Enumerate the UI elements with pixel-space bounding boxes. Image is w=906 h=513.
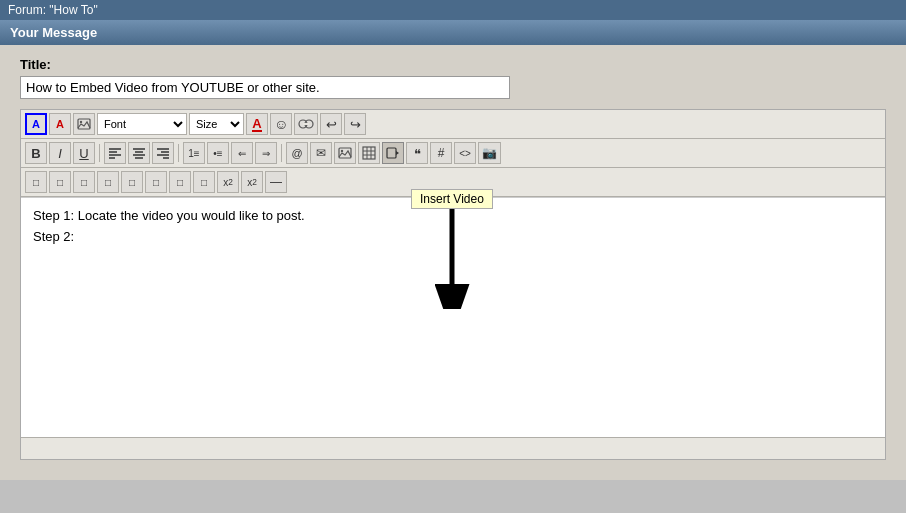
align-center-icon bbox=[132, 147, 146, 159]
title-label: Title: bbox=[20, 57, 886, 72]
outdent-button[interactable]: ⇐ bbox=[231, 142, 253, 164]
emoji-button[interactable]: ☺ bbox=[270, 113, 292, 135]
image2-icon bbox=[338, 146, 352, 160]
insert-link-button[interactable] bbox=[294, 113, 318, 135]
font-select-container: Font bbox=[97, 113, 187, 135]
row3-btn5[interactable]: □ bbox=[121, 171, 143, 193]
editor-container: A A Font Size A ☺ ↩ ↪ bbox=[20, 109, 886, 460]
format-a1-button[interactable]: A bbox=[25, 113, 47, 135]
align-right-icon bbox=[156, 147, 170, 159]
editor-line-2: Step 2: bbox=[33, 229, 873, 244]
redo-button[interactable]: ↪ bbox=[344, 113, 366, 135]
row3-btn7[interactable]: □ bbox=[169, 171, 191, 193]
row3-btn4[interactable]: □ bbox=[97, 171, 119, 193]
superscript-button[interactable]: x2 bbox=[241, 171, 263, 193]
row3-btn2[interactable]: □ bbox=[49, 171, 71, 193]
subscript-button[interactable]: x2 bbox=[217, 171, 239, 193]
svg-rect-4 bbox=[303, 123, 309, 125]
forum-bar: Forum: "How To" bbox=[0, 0, 906, 20]
size-select[interactable]: Size bbox=[189, 113, 244, 135]
insert-email-button[interactable]: @ bbox=[286, 142, 308, 164]
image-icon bbox=[77, 117, 91, 131]
size-select-container: Size bbox=[189, 113, 244, 135]
italic-button[interactable]: I bbox=[49, 142, 71, 164]
separator-2 bbox=[178, 144, 179, 162]
insert-hash-button[interactable]: # bbox=[430, 142, 452, 164]
insert-pic-button[interactable]: 📷 bbox=[478, 142, 501, 164]
align-right-button[interactable] bbox=[152, 142, 174, 164]
insert-image2-button[interactable] bbox=[334, 142, 356, 164]
svg-marker-25 bbox=[396, 151, 399, 155]
table-icon bbox=[362, 146, 376, 160]
insert-image-button[interactable] bbox=[73, 113, 95, 135]
your-message-header: Your Message bbox=[0, 20, 906, 45]
font-select[interactable]: Font bbox=[97, 113, 187, 135]
video-icon bbox=[386, 146, 400, 160]
editor-body[interactable]: Step 1: Locate the video you would like … bbox=[21, 197, 885, 437]
editor-line-1: Step 1: Locate the video you would like … bbox=[33, 208, 873, 223]
row3-btn6[interactable]: □ bbox=[145, 171, 167, 193]
svg-point-1 bbox=[80, 121, 82, 123]
svg-rect-19 bbox=[363, 147, 375, 159]
svg-rect-24 bbox=[387, 148, 396, 158]
font-color-button[interactable]: A bbox=[246, 113, 268, 135]
toolbar-row-3: □ □ □ □ □ □ □ □ x2 x2 — bbox=[21, 168, 885, 197]
separator-1 bbox=[99, 144, 100, 162]
insert-video-button[interactable] bbox=[382, 142, 404, 164]
row3-btn1[interactable]: □ bbox=[25, 171, 47, 193]
indent-button[interactable]: ⇒ bbox=[255, 142, 277, 164]
align-left-button[interactable] bbox=[104, 142, 126, 164]
ordered-list-button[interactable]: 1≡ bbox=[183, 142, 205, 164]
svg-point-18 bbox=[341, 150, 343, 152]
insert-mail-button[interactable]: ✉ bbox=[310, 142, 332, 164]
insert-code-button[interactable]: <> bbox=[454, 142, 476, 164]
row3-btn3[interactable]: □ bbox=[73, 171, 95, 193]
undo-button[interactable]: ↩ bbox=[320, 113, 342, 135]
row3-btn8[interactable]: □ bbox=[193, 171, 215, 193]
editor-area-wrapper: Insert Video Step 1: Locate the video yo… bbox=[21, 197, 885, 437]
forum-bar-text: Forum: "How To" bbox=[8, 3, 98, 17]
underline-button[interactable]: U bbox=[73, 142, 95, 164]
separator-3 bbox=[281, 144, 282, 162]
insert-quote-button[interactable]: ❝ bbox=[406, 142, 428, 164]
unordered-list-button[interactable]: •≡ bbox=[207, 142, 229, 164]
title-input[interactable] bbox=[20, 76, 510, 99]
toolbar-row-1: A A Font Size A ☺ ↩ ↪ bbox=[21, 110, 885, 139]
insert-table-button[interactable] bbox=[358, 142, 380, 164]
your-message-label: Your Message bbox=[10, 25, 97, 40]
hr-button[interactable]: — bbox=[265, 171, 287, 193]
editor-status-bar bbox=[21, 437, 885, 459]
link-icon bbox=[298, 117, 314, 131]
align-center-button[interactable] bbox=[128, 142, 150, 164]
toolbar-row-2: B I U 1≡ •≡ ⇐ ⇒ @ ✉ bbox=[21, 139, 885, 168]
bold-button[interactable]: B bbox=[25, 142, 47, 164]
format-a2-button[interactable]: A bbox=[49, 113, 71, 135]
align-left-icon bbox=[108, 147, 122, 159]
